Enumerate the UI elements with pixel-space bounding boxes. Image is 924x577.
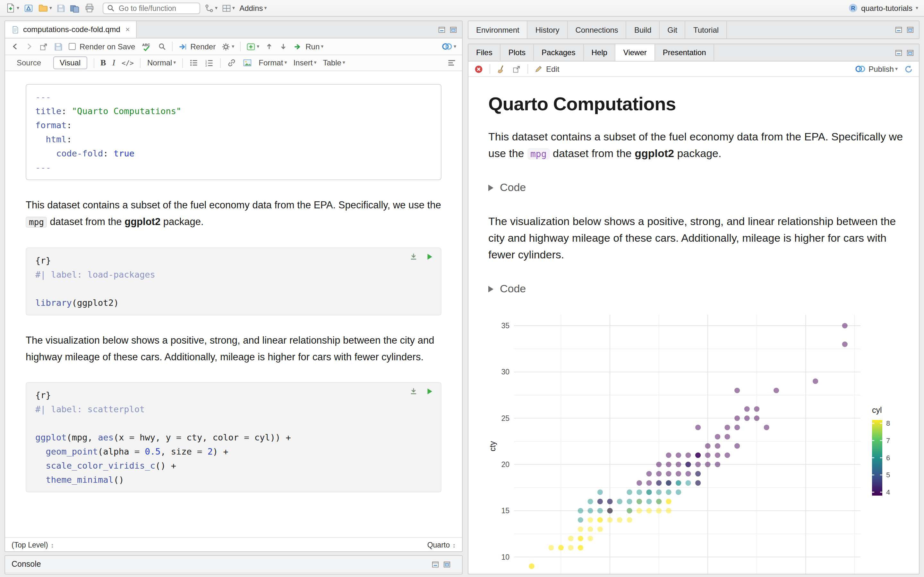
tab-plots[interactable]: Plots [501,44,534,61]
run-chunk-icon[interactable] [425,253,434,261]
code-fold-toggle[interactable]: Code [488,181,914,194]
maximize-pane-icon[interactable] [443,561,451,568]
insert-chunk-button[interactable]: ▾ [246,42,259,51]
minimize-pane-icon[interactable] [895,26,902,33]
open-file-button[interactable]: ▾ [38,3,52,13]
pane-layout-button[interactable]: ▾ [222,3,235,13]
pane-controls [438,21,462,38]
workspace: computations-code-fold.qmd × R [0,17,924,577]
code-chunk-load-packages[interactable]: {r}#| label: load-packages library(ggplo… [26,247,441,316]
tab-files[interactable]: Files [468,44,501,61]
console-header[interactable]: Console [5,556,462,573]
chevron-down-icon: ▾ [284,60,287,65]
paragraph-style-menu[interactable]: Normal▾ [147,58,176,67]
new-project-button[interactable] [24,3,33,13]
code-format-button[interactable]: </> [121,59,134,67]
editor-toolbar: Render on Save ABC Render ▾ ▾ [5,39,462,55]
numbered-list-icon[interactable]: 123 [205,58,214,67]
code-fold-toggle[interactable]: Code [488,283,914,295]
print-button[interactable] [85,3,94,13]
run-button[interactable]: Run ▾ [293,42,323,51]
table-menu[interactable]: Table▾ [323,58,345,67]
insert-menu[interactable]: Insert▾ [293,58,317,67]
paragraph[interactable]: This dataset contains a subset of the fu… [26,197,441,231]
bold-button[interactable]: B [100,58,106,68]
legend: cyl87654 [872,406,890,496]
editor-tab[interactable]: computations-code-fold.qmd × [5,21,137,38]
vcs-button[interactable]: ▾ [205,3,218,13]
image-icon[interactable] [242,58,252,67]
visual-mode-button[interactable]: Visual [53,56,87,69]
tab-history[interactable]: History [528,21,568,39]
render-settings-button[interactable]: ▾ [221,42,234,51]
find-icon[interactable] [158,42,166,51]
run-previous-icon[interactable] [265,42,273,51]
svg-text:35: 35 [501,322,509,330]
code-fold-label: Code [500,181,526,194]
project-menu[interactable]: R quarto-tutorials ▾ [848,3,918,13]
edit-button[interactable]: Edit [535,64,559,73]
open-in-browser-icon[interactable] [512,64,521,73]
stop-icon[interactable] [474,64,483,73]
save-icon[interactable] [54,42,63,51]
tab-help[interactable]: Help [583,44,615,61]
tab-git[interactable]: Git [660,21,686,39]
tab-tutorial[interactable]: Tutorial [686,21,727,39]
run-chunk-icon[interactable] [425,387,434,396]
tab-presentation[interactable]: Presentation [655,44,714,61]
save-button[interactable] [57,3,65,13]
tab-packages[interactable]: Packages [534,44,583,61]
italic-button[interactable]: I [112,58,115,68]
divider [220,58,221,68]
tab-environment[interactable]: Environment [468,21,528,39]
run-chunks-above-icon[interactable] [409,253,418,261]
doc-type-selector[interactable]: Quarto↕ [427,541,456,548]
run-chunks-above-icon[interactable] [409,387,418,396]
paragraph: The visualization below shows a positive… [488,213,904,263]
maximize-pane-icon[interactable] [907,26,914,33]
render-on-save-label: Render on Save [79,42,135,51]
bullet-list-icon[interactable] [189,58,198,67]
divider [240,42,241,51]
scatterplot-svg: 101520253035ctycyl87654 [488,315,912,574]
new-file-button[interactable]: ▾ [6,3,19,13]
yaml-block[interactable]: ---title: "Quarto Computations"format: h… [26,84,441,180]
render-on-save-checkbox[interactable]: Render on Save [69,42,135,51]
chunk-code: {r}#| label: load-packages library(ggplo… [35,253,432,309]
code-chunk-scatterplot[interactable]: {r}#| label: scatterplot ggplot(mpg, aes… [26,382,441,492]
environment-tabbar: Environment History Connections Build Gi… [468,21,919,39]
paragraph[interactable]: The visualization below shows a positive… [26,332,441,366]
maximize-pane-icon[interactable] [450,26,457,33]
code-line: theme_minimal() [35,472,432,487]
link-icon[interactable] [227,58,236,67]
spellcheck-icon[interactable]: ABC [141,42,152,51]
maximize-pane-icon[interactable] [907,49,914,56]
save-all-button[interactable] [70,3,80,13]
close-icon[interactable]: × [126,25,130,34]
minimize-pane-icon[interactable] [432,561,439,568]
divider [527,64,528,74]
minimize-pane-icon[interactable] [895,49,902,56]
goto-file-input[interactable] [118,3,196,13]
forward-icon[interactable] [25,42,33,51]
minimize-pane-icon[interactable] [438,26,445,33]
render-button[interactable]: Render [178,42,216,51]
svg-text:15: 15 [501,506,509,515]
visual-editor-canvas[interactable]: ---title: "Quarto Computations"format: h… [5,71,462,537]
addins-menu[interactable]: Addins▾ [239,3,267,13]
outline-toggle-icon[interactable] [447,58,456,67]
run-next-icon[interactable] [279,42,288,51]
popout-icon[interactable] [39,42,48,51]
source-mode-button[interactable]: Source [11,57,47,69]
format-menu[interactable]: Format▾ [258,58,287,67]
tab-connections[interactable]: Connections [567,21,626,39]
bold-text: ggplot2 [124,216,160,227]
scope-selector[interactable]: (Top Level)↕ [11,541,54,548]
tab-viewer[interactable]: Viewer [615,44,655,61]
publish-button[interactable]: ▾ [441,42,456,51]
refresh-icon[interactable] [904,64,913,73]
publish-button[interactable]: Publish ▾ [855,64,898,73]
clear-viewer-icon[interactable] [497,64,506,73]
tab-build[interactable]: Build [627,21,660,39]
back-icon[interactable] [11,42,19,51]
